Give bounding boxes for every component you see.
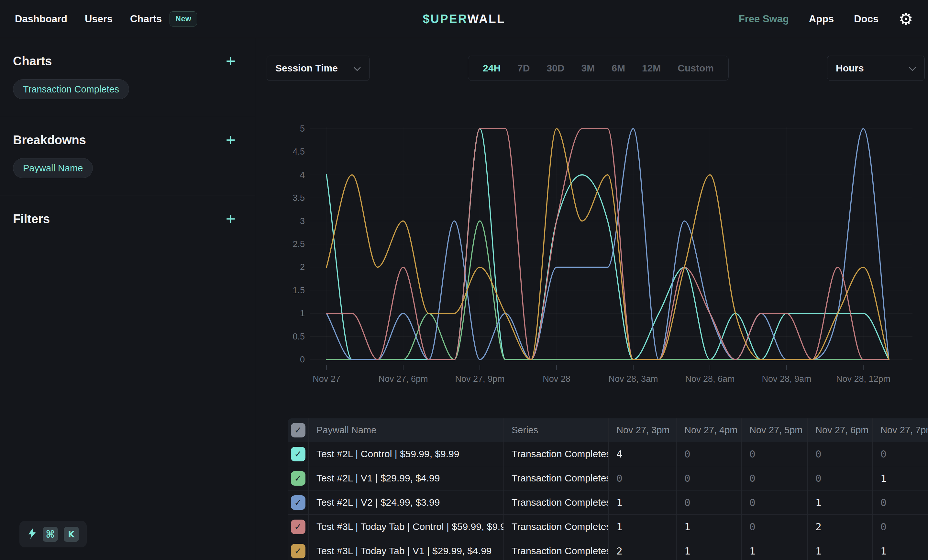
x-axis-label: Nov 27, 6pm <box>378 374 428 384</box>
transaction-completes-chart[interactable]: 00.511.522.533.544.55Nov 27Nov 27, 6pmNo… <box>285 120 916 389</box>
nav-item-charts[interactable]: Charts <box>130 13 162 25</box>
checkbox-cell: ✓ <box>288 539 309 560</box>
checkbox-cell: ✓ <box>288 490 309 514</box>
breakdown-pill-paywall-name[interactable]: Paywall Name <box>13 158 93 178</box>
row-checkbox[interactable]: ✓ <box>291 544 305 558</box>
value-cell: 1 <box>676 539 742 560</box>
time-range-tabs: 24H 7D 30D 3M 6M 12M Custom <box>468 56 729 81</box>
value-cell: 1 <box>609 490 676 514</box>
value-cell: 0 <box>676 466 742 490</box>
tab-custom[interactable]: Custom <box>678 63 714 74</box>
table-header-row: ✓ Paywall Name Series Nov 27, 3pm Nov 27… <box>288 418 928 442</box>
checkbox-cell: ✓ <box>288 515 309 539</box>
granularity-select[interactable]: Hours <box>827 56 925 81</box>
y-axis-label: 5 <box>300 124 305 134</box>
nav-charts-group: Charts New <box>130 11 197 26</box>
series-cell: Transaction Completes <box>504 442 609 466</box>
x-axis-label: Nov 28, 6am <box>685 374 734 384</box>
x-axis-label: Nov 28 <box>543 374 571 384</box>
tab-7d[interactable]: 7D <box>517 63 530 74</box>
tab-30d[interactable]: 30D <box>546 63 564 74</box>
x-axis-label: Nov 28, 9am <box>762 374 811 384</box>
sidebar-section-breakdowns: Breakdowns + Paywall Name <box>0 117 255 196</box>
add-chart-button[interactable]: + <box>226 55 235 68</box>
col-header-time-5: Nov 27, 7pm <box>873 418 928 442</box>
breakdown-table: ✓ Paywall Name Series Nov 27, 3pm Nov 27… <box>288 418 928 560</box>
sidebar-section-charts: Charts + Transaction Completes <box>0 38 255 117</box>
filters-section-title: Filters <box>13 212 50 226</box>
value-cell: 0 <box>742 515 807 539</box>
value-cell: 0 <box>609 466 676 490</box>
col-header-paywall-name: Paywall Name <box>309 418 504 442</box>
value-cell: 0 <box>742 490 807 514</box>
nav-item-apps[interactable]: Apps <box>809 13 834 25</box>
value-cell: 1 <box>742 539 807 560</box>
row-checkbox[interactable]: ✓ <box>291 495 305 510</box>
nav-item-users[interactable]: Users <box>85 13 113 25</box>
chevron-down-icon <box>909 63 916 74</box>
breakdowns-section-title: Breakdowns <box>13 133 86 147</box>
command-palette-shortcut[interactable]: ⌘ K <box>20 521 87 547</box>
series-cell: Transaction Completes <box>504 466 609 490</box>
table-body: ✓Test #2L | Control | $59.99, $9.99Trans… <box>288 442 928 560</box>
nav-item-docs[interactable]: Docs <box>854 13 879 25</box>
sidebar: Charts + Transaction Completes Breakdown… <box>0 38 255 560</box>
x-axis-label: Nov 28, 12pm <box>836 374 890 384</box>
y-axis-label: 0 <box>300 355 305 364</box>
logo-rest-text: WALL <box>467 12 505 26</box>
table-row: ✓Test #2L | V2 | $24.99, $3.99Transactio… <box>288 490 928 514</box>
value-cell: 0 <box>807 466 873 490</box>
metric-select[interactable]: Session Time <box>267 56 369 81</box>
y-axis-label: 2 <box>300 262 305 272</box>
gear-icon[interactable]: ⚙ <box>899 11 913 27</box>
col-header-time-3: Nov 27, 5pm <box>742 418 807 442</box>
value-cell: 0 <box>742 466 807 490</box>
tab-12m[interactable]: 12M <box>642 63 661 74</box>
table-row: ✓Test #2L | V1 | $29.99, $4.99Transactio… <box>288 466 928 490</box>
y-axis-label: 4 <box>300 170 305 180</box>
series-cell: Transaction Completes <box>504 515 609 539</box>
value-cell: 0 <box>873 442 928 466</box>
select-all-checkbox[interactable]: ✓ <box>291 423 305 437</box>
add-filter-button[interactable]: + <box>226 213 235 225</box>
col-header-time-1: Nov 27, 3pm <box>609 418 676 442</box>
value-cell: 0 <box>873 490 928 514</box>
logo-accent-text: $UPER <box>423 12 467 26</box>
tab-6m[interactable]: 6M <box>612 63 625 74</box>
series-cell: Transaction Completes <box>504 490 609 514</box>
value-cell: 1 <box>807 490 873 514</box>
cmd-key: ⌘ <box>43 527 58 542</box>
charts-section-title: Charts <box>13 54 52 68</box>
paywall-name-cell: Test #2L | V2 | $24.99, $3.99 <box>309 490 504 514</box>
nav-item-free-swag[interactable]: Free Swag <box>739 13 789 25</box>
row-checkbox[interactable]: ✓ <box>291 520 305 534</box>
x-axis-label: Nov 28, 3am <box>608 374 658 384</box>
superwall-logo[interactable]: $UPERWALL <box>423 12 505 26</box>
table-row: ✓Test #2L | Control | $59.99, $9.99Trans… <box>288 442 928 466</box>
x-axis-label: Nov 27 <box>313 374 340 384</box>
nav-item-dashboard[interactable]: Dashboard <box>15 13 67 25</box>
row-checkbox[interactable]: ✓ <box>291 447 305 461</box>
col-header-time-4: Nov 27, 6pm <box>807 418 873 442</box>
x-axis-label: Nov 27, 9pm <box>455 374 504 384</box>
table-row: ✓Test #3L | Today Tab | Control | $59.99… <box>288 514 928 539</box>
add-breakdown-button[interactable]: + <box>226 134 235 146</box>
main-content: Session Time 24H 7D 30D 3M 6M 12M Custom… <box>256 38 928 560</box>
y-axis-label: 4.5 <box>293 147 305 157</box>
new-badge: New <box>169 11 197 26</box>
metric-select-value: Session Time <box>275 63 338 74</box>
granularity-select-value: Hours <box>836 63 864 74</box>
row-checkbox[interactable]: ✓ <box>291 471 305 485</box>
nav-right: Free Swag Apps Docs ⚙ <box>739 11 913 27</box>
value-cell: 1 <box>873 539 928 560</box>
chart-pill-transaction-completes[interactable]: Transaction Completes <box>13 79 129 99</box>
tab-3m[interactable]: 3M <box>582 63 595 74</box>
checkbox-cell: ✓ <box>288 466 309 490</box>
col-header-series: Series <box>504 418 609 442</box>
paywall-name-cell: Test #3L | Today Tab | Control | $59.99,… <box>309 515 504 539</box>
y-axis-label: 3.5 <box>293 193 305 203</box>
y-axis-label: 1 <box>300 309 305 318</box>
tab-24h[interactable]: 24H <box>483 63 501 74</box>
y-axis-label: 2.5 <box>293 239 305 249</box>
series-cell: Transaction Completes <box>504 539 609 560</box>
